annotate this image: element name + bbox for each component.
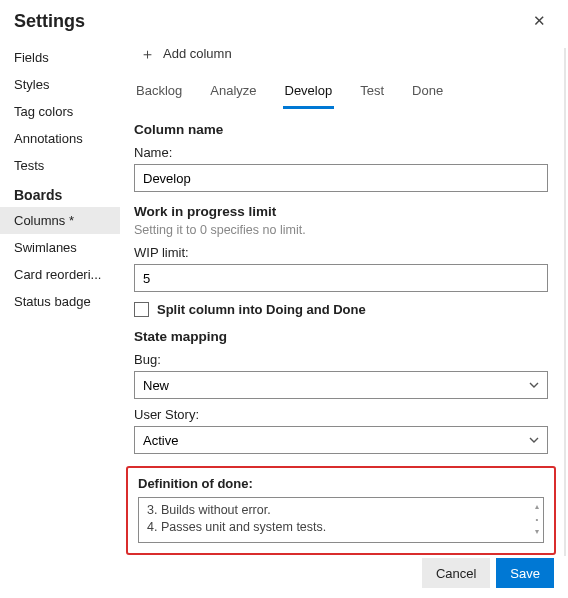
name-label: Name:	[134, 145, 548, 160]
column-name-heading: Column name	[134, 122, 548, 137]
sidebar-item[interactable]: Card reorderi...	[0, 261, 120, 288]
settings-title: Settings	[14, 11, 85, 32]
sidebar-item[interactable]: Swimlanes	[0, 234, 120, 261]
wip-label: WIP limit:	[134, 245, 548, 260]
column-tabs: BacklogAnalyzeDevelopTestDone	[124, 73, 558, 110]
tab[interactable]: Backlog	[134, 77, 184, 109]
split-column-checkbox[interactable]	[134, 302, 149, 317]
sidebar-group-boards: Boards	[0, 179, 120, 207]
sidebar-item[interactable]: Columns *	[0, 207, 120, 234]
sidebar-item[interactable]: Annotations	[0, 125, 120, 152]
split-column-label: Split column into Doing and Done	[157, 302, 366, 317]
sidebar-item[interactable]: Status badge	[0, 288, 120, 315]
scrollbar[interactable]	[564, 48, 566, 556]
bug-label: Bug:	[134, 352, 548, 367]
dod-heading: Definition of done:	[138, 476, 544, 491]
plus-icon: ＋	[140, 46, 155, 61]
close-icon[interactable]: ✕	[527, 10, 552, 32]
sidebar-item[interactable]: Styles	[0, 71, 120, 98]
tab[interactable]: Develop	[283, 77, 335, 109]
tab[interactable]: Analyze	[208, 77, 258, 109]
dod-scrollbar[interactable]: ▴•▾	[534, 502, 540, 538]
sidebar-item[interactable]: Fields	[0, 44, 120, 71]
bug-state-select[interactable]	[134, 371, 548, 399]
sidebar-item[interactable]: Tag colors	[0, 98, 120, 125]
wip-subtext: Setting it to 0 specifies no limit.	[134, 223, 548, 237]
cancel-button[interactable]: Cancel	[422, 558, 490, 588]
add-column-label: Add column	[163, 46, 232, 61]
settings-sidebar: FieldsStylesTag colorsAnnotationsTests B…	[0, 38, 120, 556]
dod-line: 3. Builds without error.	[147, 502, 529, 519]
user-story-label: User Story:	[134, 407, 548, 422]
state-mapping-heading: State mapping	[134, 329, 548, 344]
column-name-input[interactable]	[134, 164, 548, 192]
user-story-state-select[interactable]	[134, 426, 548, 454]
definition-of-done-section: Definition of done: 3. Builds without er…	[126, 466, 556, 555]
dod-line: 4. Passes unit and system tests.	[147, 519, 529, 536]
tab[interactable]: Test	[358, 77, 386, 109]
save-button[interactable]: Save	[496, 558, 554, 588]
tab[interactable]: Done	[410, 77, 445, 109]
wip-heading: Work in progress limit	[134, 204, 548, 219]
dod-textarea[interactable]: 3. Builds without error.4. Passes unit a…	[138, 497, 544, 543]
sidebar-item[interactable]: Tests	[0, 152, 120, 179]
add-column-button[interactable]: ＋ Add column	[132, 40, 240, 67]
wip-limit-input[interactable]	[134, 264, 548, 292]
